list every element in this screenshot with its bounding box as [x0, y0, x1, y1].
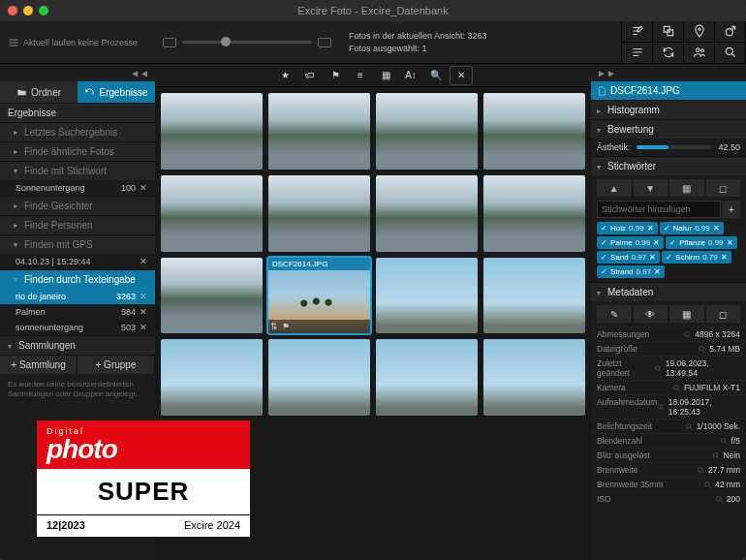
- thumbnail[interactable]: [376, 258, 478, 334]
- thumbnail[interactable]: [376, 339, 478, 416]
- sub-text[interactable]: Finden durch Texteingabe: [0, 269, 155, 289]
- layers-icon[interactable]: [653, 21, 684, 43]
- section-results[interactable]: Ergebnisse: [0, 103, 155, 122]
- kw-square-icon[interactable]: ◻: [706, 179, 741, 197]
- sub-last-search[interactable]: Letztes Suchergebnis: [0, 122, 155, 141]
- meta-grid-icon[interactable]: ▦: [669, 305, 704, 323]
- remove-tag-icon[interactable]: ✕: [727, 238, 733, 247]
- sub-gps[interactable]: Finden mit GPS: [0, 234, 155, 254]
- flag-icon[interactable]: ⚑: [324, 66, 347, 85]
- svg-point-14: [705, 482, 710, 486]
- tab-folder[interactable]: Ordner: [0, 81, 78, 103]
- svg-point-4: [726, 47, 732, 54]
- kw-grid-icon[interactable]: ▦: [669, 179, 704, 197]
- meta-hide-icon[interactable]: 👁: [634, 305, 668, 323]
- remove-icon[interactable]: ✕: [140, 292, 147, 301]
- edit-list-icon[interactable]: [622, 21, 653, 43]
- search-icon[interactable]: [715, 43, 746, 64]
- thumbnail[interactable]: [161, 258, 263, 334]
- close-icon[interactable]: ✕: [450, 66, 473, 85]
- svg-point-15: [716, 496, 721, 501]
- thumbnail[interactable]: [268, 175, 370, 252]
- metadata-row: Brennweite 35mm42 mm: [591, 477, 746, 491]
- metadata-row: Aufnahmedatum18.09.2017, 16:25:43: [591, 394, 746, 419]
- thumbnail[interactable]: [376, 93, 478, 170]
- thumbnail[interactable]: [376, 175, 478, 252]
- svg-point-8: [673, 385, 678, 389]
- gps-row[interactable]: 04.10.23 | 15:29:44 ✕: [0, 254, 155, 269]
- sort-az-icon[interactable]: A↕: [399, 66, 422, 85]
- thumbnail[interactable]: [483, 258, 585, 334]
- kw-down-icon[interactable]: ▼: [634, 179, 668, 197]
- panel-keywords[interactable]: Stichwörter: [591, 156, 746, 175]
- justify-icon[interactable]: [622, 43, 653, 64]
- metadata-row: Blitz ausgelöstNein: [591, 448, 746, 462]
- remove-tag-icon[interactable]: ✕: [713, 224, 720, 233]
- add-group-button[interactable]: + Gruppe: [78, 356, 155, 374]
- panel-metadata[interactable]: Metadaten: [591, 282, 746, 301]
- remove-icon[interactable]: ✕: [140, 257, 147, 266]
- keyword-input[interactable]: [597, 201, 721, 218]
- svg-point-2: [696, 48, 699, 52]
- keyword-tag[interactable]: ✓Strand0.97✕: [597, 265, 665, 278]
- list-icon[interactable]: ≡: [349, 66, 372, 85]
- svg-point-3: [700, 49, 703, 52]
- remove-icon[interactable]: ✕: [140, 183, 147, 193]
- process-status: Aktuell laufen keine Prozesse: [0, 37, 155, 48]
- remove-icon[interactable]: ✕: [140, 323, 147, 332]
- keyword-tag[interactable]: ✓Palme0.99✕: [597, 236, 664, 249]
- remove-tag-icon[interactable]: ✕: [653, 238, 660, 247]
- svg-point-6: [699, 346, 704, 351]
- thumbnail[interactable]: [483, 93, 585, 170]
- male-icon[interactable]: [715, 21, 746, 43]
- kw-up-icon[interactable]: ▲: [597, 179, 632, 197]
- thumbnail[interactable]: [268, 339, 370, 416]
- remove-tag-icon[interactable]: ✕: [654, 267, 661, 276]
- remove-tag-icon[interactable]: ✕: [647, 224, 654, 233]
- sub-faces[interactable]: Finde Gesichter: [0, 196, 155, 215]
- add-collection-button[interactable]: + Sammlung: [0, 356, 78, 374]
- tab-results[interactable]: Ergebnisse: [78, 81, 155, 103]
- thumbnail-size-slider[interactable]: [155, 38, 339, 47]
- zoom-icon[interactable]: 🔍: [424, 66, 448, 85]
- thumbnail[interactable]: [483, 175, 585, 252]
- keyword-tag[interactable]: ✓Natur0.99✕: [660, 222, 724, 234]
- text-search-row[interactable]: rio de janeiro3263✕: [0, 289, 155, 304]
- calendar-icon[interactable]: ▦: [374, 66, 397, 85]
- thumbnail[interactable]: [268, 93, 370, 170]
- thumbnail[interactable]: [161, 339, 263, 416]
- people-icon[interactable]: [684, 43, 715, 64]
- sub-people[interactable]: Finde Personen: [0, 215, 155, 234]
- remove-tag-icon[interactable]: ✕: [649, 253, 656, 262]
- thumbnail[interactable]: [161, 93, 263, 170]
- remove-tag-icon[interactable]: ✕: [721, 253, 728, 262]
- metadata-row: Zuletzt geändert19.06.2023, 13:49:54: [591, 356, 746, 380]
- refresh-icon[interactable]: [653, 43, 684, 64]
- aesthetics-bar: [637, 145, 713, 149]
- thumbnail[interactable]: [483, 339, 585, 416]
- collapse-right[interactable]: ►►: [591, 64, 746, 81]
- sub-keyword[interactable]: Finde mit Stichwort: [0, 161, 155, 180]
- meta-square-icon[interactable]: ◻: [706, 305, 741, 323]
- add-keyword-button[interactable]: +: [723, 201, 740, 218]
- thumbnail[interactable]: [161, 175, 263, 252]
- meta-edit-icon[interactable]: ✎: [597, 305, 632, 323]
- keyword-tag[interactable]: ✓Holz0.99✕: [597, 222, 658, 234]
- keyword-tag[interactable]: ✓Sand0.97✕: [597, 251, 660, 264]
- panel-histogram[interactable]: Histogramm: [591, 100, 746, 119]
- collapse-left[interactable]: ◄◄: [0, 64, 155, 81]
- location-icon[interactable]: [684, 21, 715, 43]
- tag-icon[interactable]: 🏷: [298, 66, 322, 85]
- text-search-row[interactable]: sonnenuntergang503✕: [0, 320, 155, 335]
- thumbnail[interactable]: DSCF2614.JPG⇅⚑: [268, 258, 370, 334]
- view-info: Fotos in der aktuellen Ansicht: 3263 Fot…: [339, 30, 621, 54]
- keyword-tag[interactable]: ✓Schirm0.79✕: [662, 251, 730, 264]
- section-collections[interactable]: Sammlungen: [0, 335, 155, 355]
- sub-similar[interactable]: Finde ähnliche Fotos: [0, 141, 155, 161]
- remove-icon[interactable]: ✕: [140, 307, 147, 317]
- keyword-row[interactable]: Sonnenuntergang 100✕: [0, 180, 155, 196]
- keyword-tag[interactable]: ✓Pflanze0.99✕: [666, 236, 736, 249]
- star-icon[interactable]: ★: [273, 66, 296, 85]
- panel-rating[interactable]: Bewertung: [591, 119, 746, 139]
- text-search-row[interactable]: Palmen584✕: [0, 304, 155, 320]
